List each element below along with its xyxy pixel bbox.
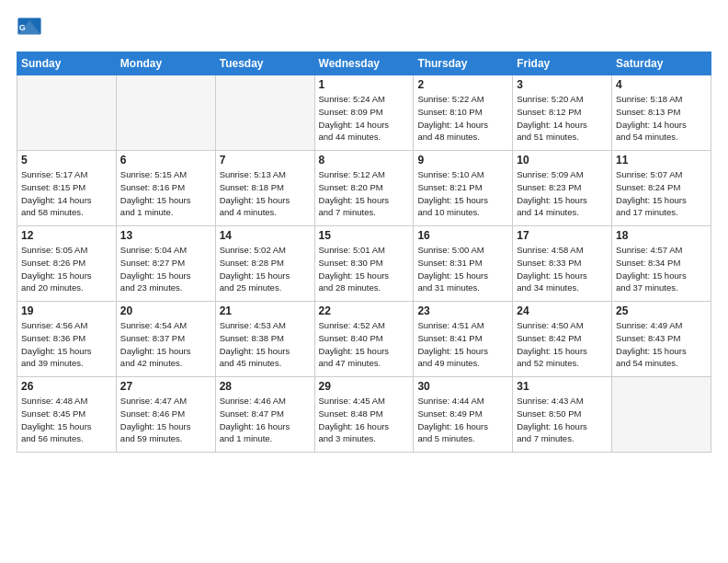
day-info-line: Sunrise: 4:57 AM xyxy=(616,245,682,255)
day-info-line: and 48 minutes. xyxy=(417,132,480,142)
week-row-3: 12Sunrise: 5:05 AMSunset: 8:26 PMDayligh… xyxy=(17,226,711,302)
calendar-cell: 16Sunrise: 5:00 AMSunset: 8:31 PMDayligh… xyxy=(414,226,513,302)
day-info-line: Daylight: 15 hours xyxy=(517,346,587,356)
day-number: 21 xyxy=(220,304,311,317)
day-info-line: and 34 minutes. xyxy=(517,282,579,293)
week-row-4: 19Sunrise: 4:56 AMSunset: 8:36 PMDayligh… xyxy=(17,302,711,377)
calendar-cell: 30Sunrise: 4:44 AMSunset: 8:49 PMDayligh… xyxy=(414,377,513,453)
day-info-line: Sunset: 8:31 PM xyxy=(417,258,482,268)
day-number: 9 xyxy=(417,154,508,167)
day-info-line: Sunrise: 4:50 AM xyxy=(517,320,583,330)
day-number: 4 xyxy=(616,78,707,91)
day-info-line: and 31 minutes. xyxy=(417,282,480,293)
calendar-cell: 19Sunrise: 4:56 AMSunset: 8:36 PMDayligh… xyxy=(17,302,117,377)
day-info-line: Daylight: 15 hours xyxy=(517,270,587,281)
svg-text:G: G xyxy=(19,23,26,32)
day-info-line: Sunset: 8:12 PM xyxy=(517,107,581,117)
day-info-line: Sunrise: 5:22 AM xyxy=(417,94,483,104)
day-info-line: Daylight: 15 hours xyxy=(220,195,290,205)
day-info: Sunrise: 5:18 AMSunset: 8:13 PMDaylight:… xyxy=(616,93,707,144)
calendar-cell: 2Sunrise: 5:22 AMSunset: 8:10 PMDaylight… xyxy=(414,75,513,151)
day-info-line: Daylight: 16 hours xyxy=(417,421,488,431)
day-number: 10 xyxy=(517,154,608,167)
day-info-line: Sunset: 8:38 PM xyxy=(220,333,284,343)
day-number: 13 xyxy=(120,229,211,242)
day-info-line: and 10 minutes. xyxy=(417,207,480,217)
day-info-line: and 1 minute. xyxy=(120,207,174,217)
day-number: 30 xyxy=(417,380,508,393)
day-info-line: Sunset: 8:33 PM xyxy=(517,258,581,268)
day-info: Sunrise: 4:44 AMSunset: 8:49 PMDaylight:… xyxy=(417,395,508,445)
day-info: Sunrise: 5:10 AMSunset: 8:21 PMDaylight:… xyxy=(417,168,508,219)
day-info-line: Sunrise: 5:02 AM xyxy=(220,245,286,255)
day-info: Sunrise: 4:46 AMSunset: 8:47 PMDaylight:… xyxy=(220,395,311,445)
week-row-1: 1Sunrise: 5:24 AMSunset: 8:09 PMDaylight… xyxy=(17,75,711,151)
week-row-2: 5Sunrise: 5:17 AMSunset: 8:15 PMDaylight… xyxy=(17,151,711,226)
day-info-line: Sunset: 8:13 PM xyxy=(616,107,680,117)
day-info-line: Sunset: 8:40 PM xyxy=(319,333,383,343)
day-info-line: Sunrise: 4:45 AM xyxy=(319,396,385,406)
header-row: Sunday Monday Tuesday Wednesday Thursday… xyxy=(17,52,711,75)
day-info-line: Daylight: 15 hours xyxy=(21,421,92,431)
logo: G xyxy=(17,17,46,42)
day-info-line: Sunset: 8:41 PM xyxy=(417,333,482,343)
day-info: Sunrise: 5:22 AMSunset: 8:10 PMDaylight:… xyxy=(417,93,508,144)
day-info-line: Sunrise: 5:24 AM xyxy=(319,94,385,104)
day-info-line: Sunrise: 5:20 AM xyxy=(517,94,583,104)
day-info-line: Sunrise: 4:43 AM xyxy=(517,396,583,406)
day-info-line: Sunrise: 4:46 AM xyxy=(220,396,286,406)
day-info-line: Daylight: 15 hours xyxy=(616,270,687,281)
day-number: 12 xyxy=(21,229,112,242)
day-info-line: Sunset: 8:46 PM xyxy=(120,408,185,419)
day-info-line: and 52 minutes. xyxy=(517,358,579,368)
calendar-cell: 10Sunrise: 5:09 AMSunset: 8:23 PMDayligh… xyxy=(513,151,612,226)
day-info-line: Daylight: 15 hours xyxy=(120,270,191,281)
day-info-line: Daylight: 15 hours xyxy=(21,346,92,356)
day-info-line: Sunset: 8:43 PM xyxy=(616,333,680,343)
calendar-cell: 27Sunrise: 4:47 AMSunset: 8:46 PMDayligh… xyxy=(116,377,215,453)
calendar-cell: 1Sunrise: 5:24 AMSunset: 8:09 PMDaylight… xyxy=(314,75,414,151)
calendar-cell: 28Sunrise: 4:46 AMSunset: 8:47 PMDayligh… xyxy=(215,377,314,453)
day-info-line: Daylight: 15 hours xyxy=(517,195,587,205)
calendar-cell: 24Sunrise: 4:50 AMSunset: 8:42 PMDayligh… xyxy=(513,302,612,377)
day-number: 31 xyxy=(517,380,608,393)
calendar-cell: 31Sunrise: 4:43 AMSunset: 8:50 PMDayligh… xyxy=(513,377,612,453)
day-info-line: Sunrise: 5:10 AM xyxy=(417,169,483,179)
day-info-line: and 20 minutes. xyxy=(21,282,84,293)
day-info-line: Sunset: 8:09 PM xyxy=(319,107,383,117)
day-info: Sunrise: 4:57 AMSunset: 8:34 PMDaylight:… xyxy=(616,244,707,294)
col-tuesday: Tuesday xyxy=(215,52,314,75)
day-info-line: Sunrise: 4:47 AM xyxy=(120,396,187,406)
day-info-line: and 54 minutes. xyxy=(616,358,678,368)
day-info-line: Sunset: 8:27 PM xyxy=(120,258,185,268)
day-info-line: Daylight: 14 hours xyxy=(616,120,687,130)
day-info-line: and 47 minutes. xyxy=(319,358,381,368)
day-info-line: Sunset: 8:26 PM xyxy=(21,258,85,268)
day-info: Sunrise: 5:12 AMSunset: 8:20 PMDaylight:… xyxy=(319,168,410,219)
day-number: 20 xyxy=(120,304,211,317)
day-number: 22 xyxy=(319,304,410,317)
day-number: 24 xyxy=(517,304,608,317)
day-number: 19 xyxy=(21,304,112,317)
day-info: Sunrise: 5:20 AMSunset: 8:12 PMDaylight:… xyxy=(517,93,608,144)
calendar-cell: 17Sunrise: 4:58 AMSunset: 8:33 PMDayligh… xyxy=(513,226,612,302)
day-info: Sunrise: 4:47 AMSunset: 8:46 PMDaylight:… xyxy=(120,395,211,445)
day-info-line: Sunset: 8:45 PM xyxy=(21,408,85,419)
day-info-line: Sunrise: 5:13 AM xyxy=(220,169,286,179)
day-info: Sunrise: 5:02 AMSunset: 8:28 PMDaylight:… xyxy=(220,244,311,294)
day-info-line: Sunset: 8:18 PM xyxy=(220,182,284,192)
day-info-line: Daylight: 15 hours xyxy=(21,270,92,281)
day-info-line: Sunset: 8:21 PM xyxy=(417,182,482,192)
calendar-cell: 9Sunrise: 5:10 AMSunset: 8:21 PMDaylight… xyxy=(414,151,513,226)
day-info-line: and 25 minutes. xyxy=(220,282,282,293)
day-info-line: Sunset: 8:42 PM xyxy=(517,333,581,343)
calendar-cell: 11Sunrise: 5:07 AMSunset: 8:24 PMDayligh… xyxy=(612,151,711,226)
day-info: Sunrise: 5:24 AMSunset: 8:09 PMDaylight:… xyxy=(319,93,410,144)
day-info-line: and 56 minutes. xyxy=(21,433,84,443)
calendar-table: Sunday Monday Tuesday Wednesday Thursday… xyxy=(17,52,711,453)
day-info: Sunrise: 4:52 AMSunset: 8:40 PMDaylight:… xyxy=(319,319,410,370)
day-info-line: Daylight: 15 hours xyxy=(417,270,488,281)
day-info-line: Sunrise: 4:48 AM xyxy=(21,396,87,406)
day-info-line: Sunset: 8:16 PM xyxy=(120,182,185,192)
day-info: Sunrise: 5:05 AMSunset: 8:26 PMDaylight:… xyxy=(21,244,112,294)
